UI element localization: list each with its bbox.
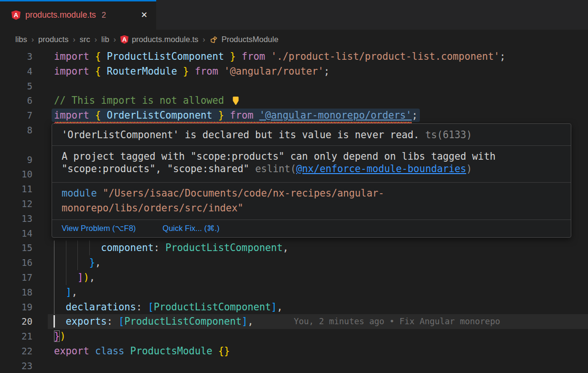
code-token bbox=[54, 242, 101, 253]
code-token bbox=[54, 286, 66, 298]
code-line-16[interactable]: 16 }, bbox=[0, 255, 588, 270]
line-number[interactable]: 4 bbox=[0, 64, 32, 79]
line-number[interactable]: 10 bbox=[0, 167, 32, 182]
line-number[interactable]: 16 bbox=[0, 255, 32, 270]
code-line-23[interactable]: 23 bbox=[0, 359, 588, 373]
code-token: , bbox=[72, 286, 77, 298]
line-content: import { OrderListComponent } from '@ang… bbox=[54, 108, 417, 123]
breadcrumb-item-productsmodule[interactable]: ProductsModule bbox=[210, 35, 278, 44]
code-token: import bbox=[54, 51, 95, 62]
code-line-4[interactable]: 4import { RouterModule } from '@angular/… bbox=[0, 64, 588, 79]
code-token: './product-list/product-list.component' bbox=[271, 51, 500, 62]
breadcrumb-item-products[interactable]: products bbox=[38, 35, 68, 44]
code-token: , bbox=[89, 272, 95, 283]
tab-strip: products.module.ts 2 ✕ bbox=[0, 0, 588, 30]
git-blame-annotation: You, 2 minutes ago • Fix Angular monorep… bbox=[294, 314, 500, 329]
line-number[interactable]: 21 bbox=[0, 329, 32, 344]
pointing-down-emoji bbox=[232, 95, 240, 110]
code-line-20[interactable]: 20 exports: [ProductListComponent],You, … bbox=[0, 314, 588, 329]
code-line-5[interactable]: 5 bbox=[0, 79, 588, 94]
code-token: { bbox=[95, 66, 107, 77]
line-number[interactable]: 20 bbox=[0, 314, 32, 329]
line-content: import { RouterModule } from '@angular/r… bbox=[54, 64, 330, 79]
ts-diagnostic-message: 'OrderListComponent' is declared but its… bbox=[62, 129, 419, 141]
hover-module-info: module "/Users/isaac/Documents/code/nx-r… bbox=[52, 183, 571, 220]
code-token: : bbox=[107, 316, 119, 327]
breadcrumb-label: ProductsModule bbox=[222, 35, 278, 44]
line-content: exports: [ProductListComponent], bbox=[54, 314, 253, 329]
class-symbol-icon bbox=[210, 35, 218, 44]
line-number[interactable]: 8 bbox=[0, 123, 32, 138]
breadcrumb-label: products bbox=[38, 35, 68, 44]
code-line-21[interactable]: 21}) bbox=[0, 329, 588, 344]
line-content: import { ProductListComponent } from './… bbox=[54, 49, 505, 64]
code-token: RouterModule bbox=[107, 66, 177, 77]
code-token: component bbox=[101, 242, 154, 253]
breadcrumb-item-src[interactable]: src bbox=[80, 35, 90, 44]
code-token: ProductListComponent bbox=[107, 51, 225, 62]
line-number[interactable]: 3 bbox=[0, 49, 32, 64]
hover-eslint-diagnostic: A project tagged with "scope:products" c… bbox=[52, 146, 571, 183]
code-token: declarations bbox=[66, 301, 136, 313]
view-problem-action[interactable]: View Problem (⌥F8) bbox=[62, 224, 136, 233]
line-number[interactable]: 23 bbox=[0, 359, 32, 373]
code-line-3[interactable]: 3import { ProductListComponent } from '.… bbox=[0, 49, 588, 64]
code-token: from bbox=[189, 66, 224, 77]
breadcrumb-item-products-module-ts[interactable]: products.module.ts bbox=[120, 35, 198, 44]
code-token: ) bbox=[83, 272, 89, 283]
breadcrumb-label: lib bbox=[101, 35, 109, 44]
line-number[interactable]: 6 bbox=[0, 93, 32, 108]
line-number[interactable]: 11 bbox=[0, 182, 32, 197]
code-line-18[interactable]: 18 ], bbox=[0, 285, 588, 300]
code-token: , bbox=[95, 257, 101, 268]
line-content: // This import is not allowed bbox=[54, 93, 240, 108]
code-line-7[interactable]: 7import { OrderListComponent } from '@an… bbox=[0, 108, 588, 123]
eslint-message-line1: A project tagged with "scope:products" c… bbox=[62, 150, 571, 163]
breadcrumb-label: libs bbox=[15, 35, 27, 44]
code-line-15[interactable]: 15 component: ProductListComponent, bbox=[0, 241, 588, 255]
code-token: '@angular/router' bbox=[224, 66, 324, 77]
line-number[interactable]: 19 bbox=[0, 300, 32, 315]
line-number[interactable]: 15 bbox=[0, 241, 32, 255]
line-number[interactable]: 14 bbox=[0, 226, 32, 241]
close-icon[interactable]: ✕ bbox=[139, 10, 150, 20]
quick-fix-action[interactable]: Quick Fix... (⌘.) bbox=[162, 224, 219, 233]
code-token: class bbox=[95, 345, 130, 357]
hover-status-bar: View Problem (⌥F8) Quick Fix... (⌘.) bbox=[52, 220, 571, 236]
code-token bbox=[54, 272, 77, 283]
breadcrumb-item-libs[interactable]: libs bbox=[15, 35, 27, 44]
code-token: : bbox=[154, 242, 166, 253]
code-token: ProductListComponent bbox=[124, 316, 242, 327]
code-token: ProductsModule bbox=[130, 345, 218, 357]
line-content: }, bbox=[54, 255, 101, 270]
code-token: // This import is not allowed bbox=[54, 95, 230, 106]
code-token: ) bbox=[60, 330, 65, 342]
line-number[interactable]: 18 bbox=[0, 285, 32, 300]
code-token: [ bbox=[118, 316, 124, 327]
line-content: declarations: [ProductListComponent], bbox=[54, 300, 283, 315]
line-content: ]), bbox=[54, 270, 95, 285]
line-number[interactable]: 9 bbox=[0, 153, 32, 167]
line-content: }) bbox=[54, 329, 66, 344]
eslint-message-line2: "scope:products", "scope:shared" eslint(… bbox=[62, 163, 571, 175]
code-token: } bbox=[89, 257, 95, 268]
breadcrumb-item-lib[interactable]: lib bbox=[101, 35, 109, 44]
code-line-22[interactable]: 22export class ProductsModule {} bbox=[0, 344, 588, 359]
nx-enforce-module-boundaries-link[interactable]: @nx/enforce-module-boundaries bbox=[296, 163, 466, 175]
code-token: ] bbox=[271, 301, 277, 313]
code-token: OrderListComponent bbox=[107, 110, 213, 121]
code-line-6[interactable]: 6// This import is not allowed bbox=[0, 93, 588, 108]
code-line-19[interactable]: 19 declarations: [ProductListComponent], bbox=[0, 300, 588, 315]
line-number[interactable]: 13 bbox=[0, 211, 32, 226]
hover-ts-diagnostic: 'OrderListComponent' is declared but its… bbox=[52, 124, 571, 146]
code-token: import bbox=[54, 110, 95, 121]
line-number[interactable]: 12 bbox=[0, 197, 32, 211]
line-number[interactable]: 22 bbox=[0, 344, 32, 359]
tab-filename: products.module.ts bbox=[25, 10, 96, 20]
code-line-17[interactable]: 17 ]), bbox=[0, 270, 588, 285]
line-number[interactable]: 5 bbox=[0, 79, 32, 94]
code-token: , bbox=[247, 316, 253, 327]
line-number[interactable]: 17 bbox=[0, 270, 32, 285]
line-number[interactable]: 7 bbox=[0, 108, 32, 123]
tab-products-module[interactable]: products.module.ts 2 ✕ bbox=[0, 0, 156, 30]
